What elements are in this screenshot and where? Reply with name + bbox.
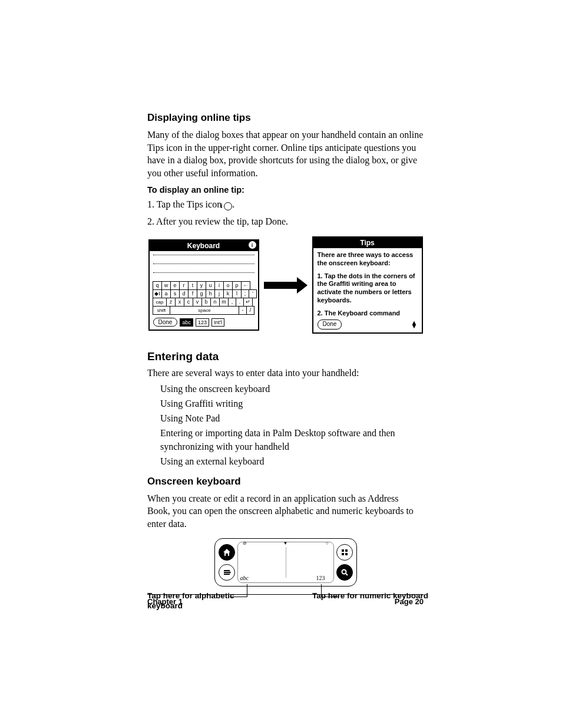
tab-123: 123	[196, 318, 209, 327]
key: h	[206, 289, 215, 298]
enter-key: ↵	[243, 298, 253, 307]
list-item: Using the onscreen keyboard	[160, 382, 424, 396]
key: ◆I	[153, 289, 162, 298]
tab-intl: Int'l	[211, 318, 224, 327]
page-footer: Chapter 1 Page 20	[147, 594, 424, 606]
heading-displaying-online-tips: Displaying online tips	[147, 112, 424, 124]
done-button: Done	[153, 318, 178, 327]
tips-icon	[224, 202, 232, 210]
key: i	[214, 281, 224, 290]
list-item: Using Graffiti writing	[160, 397, 424, 410]
footer-chapter: Chapter 1	[147, 597, 183, 606]
svg-rect-6	[345, 553, 348, 555]
to-display-subhead: To display an online tip:	[147, 185, 424, 195]
key: c	[184, 298, 193, 307]
step-1: 1. Tap the Tips icon .	[147, 198, 424, 211]
backspace-key: ←	[241, 281, 250, 290]
key: y	[197, 281, 206, 290]
home-icon	[219, 544, 235, 561]
text-line	[153, 272, 254, 273]
list-item: Using Note Pad	[160, 411, 424, 425]
calculator-icon	[336, 544, 353, 561]
tips-icon: i	[249, 241, 256, 249]
figure-keyboard-to-tips: Keyboard i q w e r t y u i	[147, 236, 424, 334]
key: w	[161, 281, 171, 290]
scroll-arrows-icon: ▲▼	[411, 321, 418, 328]
key: /	[246, 306, 254, 315]
svg-rect-5	[342, 553, 344, 555]
text-line	[153, 255, 254, 255]
key: f	[188, 289, 197, 298]
svg-rect-1	[224, 572, 230, 573]
svg-rect-2	[224, 574, 230, 575]
done-button: Done	[318, 319, 342, 330]
svg-rect-0	[224, 570, 230, 571]
key: ,	[228, 298, 236, 307]
tips-title-bar: Tips	[313, 238, 422, 248]
find-icon	[336, 564, 353, 581]
svg-line-8	[346, 574, 348, 575]
key: e	[170, 281, 180, 290]
key: g	[197, 289, 206, 298]
svg-point-7	[342, 570, 346, 574]
step-2: 2. After you review the tip, tap Done.	[147, 215, 424, 228]
key: m	[219, 298, 229, 307]
tips-paragraph: Many of the dialog boxes that appear on …	[147, 129, 424, 179]
key: b	[201, 298, 211, 307]
key: n	[210, 298, 220, 307]
page-content: Displaying online tips Many of the dialo…	[0, 0, 562, 611]
heading-onscreen-keyboard: Onscreen keyboard	[147, 476, 424, 487]
arrow-icon	[264, 277, 308, 294]
svg-rect-3	[342, 549, 344, 552]
key: r	[179, 281, 189, 290]
keyboard-dialog: Keyboard i q w e r t y u i	[148, 239, 259, 331]
key: x	[175, 298, 184, 307]
svg-rect-4	[345, 549, 348, 552]
entering-data-list: Using the onscreen keyboard Using Graffi…	[147, 382, 424, 469]
list-item: Using an external keyboard	[160, 454, 424, 468]
menu-icon	[219, 564, 235, 581]
key: u	[206, 281, 215, 290]
tips-item-1: 1. Tap the dots in the corners of the Gr…	[318, 272, 418, 305]
footer-page: Page 20	[395, 597, 424, 606]
123-tap-area: 123	[316, 575, 325, 581]
key: a	[161, 289, 171, 298]
list-item: Entering or importing data in Palm Deskt…	[160, 426, 424, 453]
cap-key: cap	[153, 298, 167, 307]
key: l	[232, 289, 242, 298]
graffiti-writing-area: ⊘ ▼ ○ abc 123	[237, 542, 334, 583]
key: o	[223, 281, 233, 290]
key: z	[166, 298, 176, 307]
tips-dialog: Tips There are three ways to access the …	[312, 236, 423, 334]
key: k	[223, 289, 233, 298]
tips-item-2: 2. The Keyboard command	[318, 309, 418, 318]
text-line	[153, 263, 254, 264]
key: q	[153, 281, 162, 290]
entering-data-paragraph: There are several ways to enter data int…	[147, 367, 424, 380]
key: v	[193, 298, 202, 307]
key: ;	[241, 289, 249, 298]
onscreen-keyboard-paragraph: When you create or edit a record in an a…	[147, 492, 424, 531]
key: '	[249, 289, 257, 298]
key: j	[214, 289, 224, 298]
key: t	[188, 281, 197, 290]
keyboard-keys: q w e r t y u i o p ← ◆I a	[153, 281, 254, 314]
tips-intro: There are three ways to access the onscr…	[318, 251, 418, 268]
key: .	[236, 298, 244, 307]
tab-abc: abc	[180, 318, 193, 327]
key: d	[179, 289, 189, 298]
abc-tap-area: abc	[240, 575, 249, 581]
key: -	[239, 306, 247, 315]
space-key: space	[170, 306, 239, 315]
heading-entering-data: Entering data	[147, 350, 424, 363]
shift-key: shift	[153, 306, 170, 315]
keyboard-title-bar: Keyboard i	[150, 241, 258, 251]
key: s	[170, 289, 180, 298]
figure-graffiti-area: ⊘ ▼ ○ abc 123	[147, 538, 424, 587]
key: p	[232, 281, 242, 290]
